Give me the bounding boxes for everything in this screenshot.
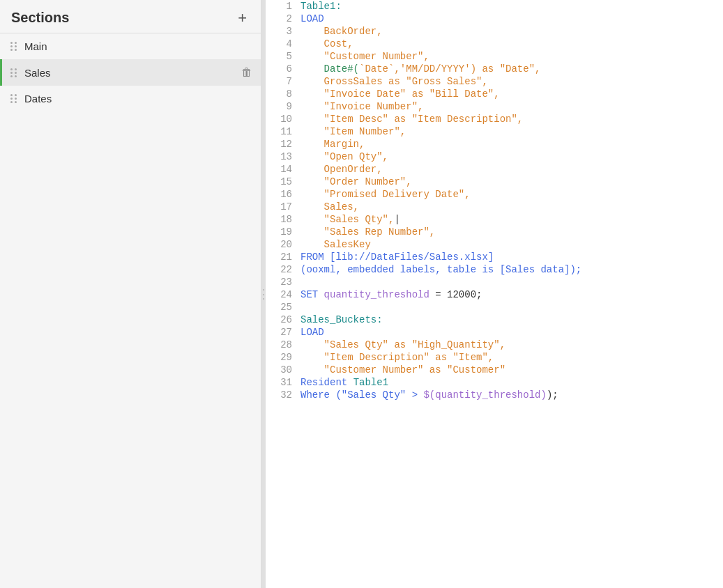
line-content-27[interactable]: LOAD [300,326,723,339]
line-content-13[interactable]: "Open Qty", [300,150,723,163]
code-line-15: 15 "Order Number", [266,176,723,188]
drag-handle-sales[interactable] [10,68,17,77]
line-number-24: 24 [266,288,300,301]
line-content-8[interactable]: "Invoice Date" as "Bill Date", [300,88,723,100]
line-number-28: 28 [266,339,300,351]
line-number-5: 5 [266,50,300,63]
line-content-1[interactable]: Table1: [300,0,723,13]
code-line-19: 19 "Sales Rep Number", [266,226,723,238]
code-line-14: 14 OpenOrder, [266,163,723,176]
line-content-5[interactable]: "Customer Number", [300,50,723,63]
line-number-3: 3 [266,25,300,38]
line-content-6[interactable]: Date#(`Date`,'MM/DD/YYYY') as "Date", [300,63,723,75]
code-line-10: 10 "Item Desc" as "Item Description", [266,113,723,125]
line-content-2[interactable]: LOAD [300,13,723,25]
line-content-31[interactable]: Resident Table1 [300,376,723,389]
line-number-4: 4 [266,38,300,50]
line-number-12: 12 [266,138,300,150]
line-content-32[interactable]: Where ("Sales Qty" > $(quantity_threshol… [300,389,723,401]
line-content-3[interactable]: BackOrder, [300,25,723,38]
code-line-20: 20 SalesKey [266,238,723,251]
code-line-13: 13 "Open Qty", [266,150,723,163]
code-line-24: 24SET quantity_threshold = 12000; [266,288,723,301]
sidebar-item-label-dates: Dates [24,93,252,105]
line-number-6: 6 [266,63,300,75]
line-content-28[interactable]: "Sales Qty" as "High_Quantity", [300,339,723,351]
code-line-2: 2LOAD [266,13,723,25]
line-content-4[interactable]: Cost, [300,38,723,50]
line-content-29[interactable]: "Item Description" as "Item", [300,351,723,364]
code-line-25: 25 [266,301,723,314]
line-number-21: 21 [266,251,300,263]
line-number-16: 16 [266,188,300,201]
line-number-11: 11 [266,125,300,138]
code-line-31: 31Resident Table1 [266,376,723,389]
code-line-23: 23 [266,276,723,288]
code-line-5: 5 "Customer Number", [266,50,723,63]
code-line-26: 26Sales_Buckets: [266,314,723,326]
sidebar-item-main[interactable]: Main [0,33,261,59]
line-number-31: 31 [266,376,300,389]
code-line-12: 12 Margin, [266,138,723,150]
line-content-25[interactable] [300,301,723,314]
code-line-7: 7 GrossSales as "Gross Sales", [266,75,723,88]
delete-icon-sales[interactable]: 🗑 [241,66,252,79]
line-content-17[interactable]: Sales, [300,201,723,213]
code-line-8: 8 "Invoice Date" as "Bill Date", [266,88,723,100]
line-number-15: 15 [266,176,300,188]
sidebar-header: Sections + [0,0,261,33]
code-line-4: 4 Cost, [266,38,723,50]
code-line-18: 18 "Sales Qty",| [266,213,723,226]
line-number-8: 8 [266,88,300,100]
line-number-30: 30 [266,364,300,376]
line-content-26[interactable]: Sales_Buckets: [300,314,723,326]
line-number-32: 32 [266,389,300,401]
sidebar-items: MainSales🗑Dates [0,33,261,111]
line-number-23: 23 [266,276,300,288]
line-number-20: 20 [266,238,300,251]
code-editor[interactable]: 1Table1:2LOAD3 BackOrder,4 Cost,5 "Custo… [266,0,723,588]
code-line-3: 3 BackOrder, [266,25,723,38]
code-line-32: 32Where ("Sales Qty" > $(quantity_thresh… [266,389,723,401]
line-number-2: 2 [266,13,300,25]
line-content-16[interactable]: "Promised Delivery Date", [300,188,723,201]
line-number-7: 7 [266,75,300,88]
code-line-17: 17 Sales, [266,201,723,213]
code-line-22: 22(ooxml, embedded labels, table is [Sal… [266,263,723,276]
sidebar-title: Sections [11,10,69,26]
drag-handle-main[interactable] [10,42,17,51]
line-content-10[interactable]: "Item Desc" as "Item Description", [300,113,723,125]
line-content-14[interactable]: OpenOrder, [300,163,723,176]
line-content-24[interactable]: SET quantity_threshold = 12000; [300,288,723,301]
line-content-12[interactable]: Margin, [300,138,723,150]
code-line-21: 21FROM [lib://DataFiles/Sales.xlsx] [266,251,723,263]
sidebar-item-dates[interactable]: Dates [0,86,261,111]
code-line-1: 1Table1: [266,0,723,13]
line-content-9[interactable]: "Invoice Number", [300,100,723,113]
code-line-28: 28 "Sales Qty" as "High_Quantity", [266,339,723,351]
line-content-11[interactable]: "Item Number", [300,125,723,138]
line-content-20[interactable]: SalesKey [300,238,723,251]
line-content-18[interactable]: "Sales Qty",| [300,213,723,226]
line-number-1: 1 [266,0,300,13]
line-content-30[interactable]: "Customer Number" as "Customer" [300,364,723,376]
sidebar-item-label-main: Main [24,40,252,52]
line-content-19[interactable]: "Sales Rep Number", [300,226,723,238]
add-section-button[interactable]: + [235,10,250,26]
line-number-14: 14 [266,163,300,176]
sidebar: Sections + MainSales🗑Dates [0,0,261,588]
code-lines: 1Table1:2LOAD3 BackOrder,4 Cost,5 "Custo… [266,0,723,401]
code-line-29: 29 "Item Description" as "Item", [266,351,723,364]
sidebar-item-label-sales: Sales [24,67,241,79]
line-content-7[interactable]: GrossSales as "Gross Sales", [300,75,723,88]
code-line-9: 9 "Invoice Number", [266,100,723,113]
line-number-13: 13 [266,150,300,163]
line-content-23[interactable] [300,276,723,288]
line-number-22: 22 [266,263,300,276]
line-content-15[interactable]: "Order Number", [300,176,723,188]
drag-handle-dates[interactable] [10,94,17,103]
line-content-21[interactable]: FROM [lib://DataFiles/Sales.xlsx] [300,251,723,263]
sidebar-item-sales[interactable]: Sales🗑 [0,59,261,86]
code-line-16: 16 "Promised Delivery Date", [266,188,723,201]
line-content-22[interactable]: (ooxml, embedded labels, table is [Sales… [300,263,723,276]
